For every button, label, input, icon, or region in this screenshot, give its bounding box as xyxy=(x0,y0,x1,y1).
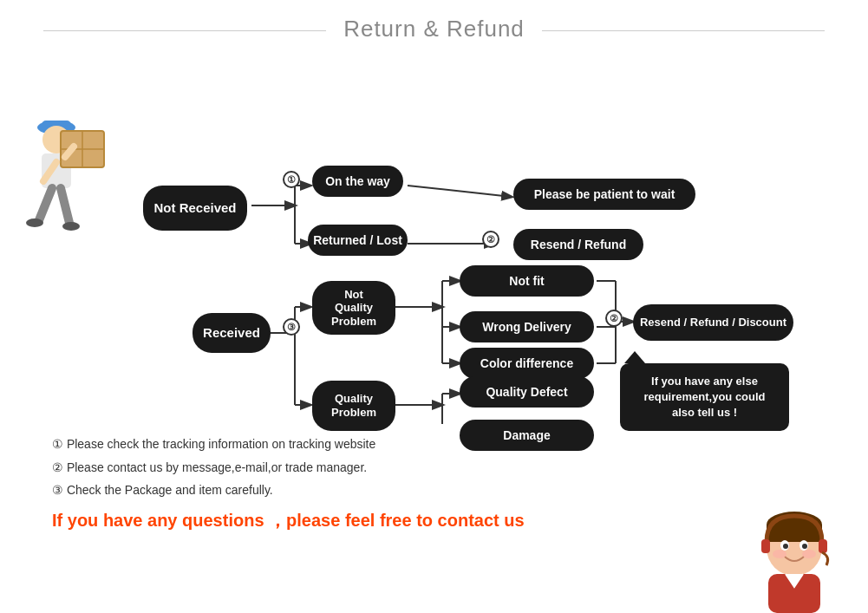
svg-line-4 xyxy=(408,186,512,197)
quality-problem-box: Quality Problem xyxy=(312,381,395,431)
svg-rect-47 xyxy=(819,539,827,553)
not-fit-box: Not fit xyxy=(460,265,594,297)
svg-point-43 xyxy=(802,544,807,549)
note-1: ① Please check the tracking information … xyxy=(52,433,816,456)
quality-defect-box: Quality Defect xyxy=(460,376,594,408)
delivery-man xyxy=(9,95,121,268)
wrong-delivery-box: Wrong Delivery xyxy=(460,311,594,342)
cta-area: If you have any questions ，please feel f… xyxy=(0,502,868,532)
title-area: Return & Refund xyxy=(0,0,868,42)
svg-point-45 xyxy=(802,550,816,558)
else-requirement-box: If you have any else requirement,you cou… xyxy=(620,363,789,431)
note-3: ③ Check the Package and item carefully. xyxy=(52,479,816,502)
svg-point-44 xyxy=(773,550,786,558)
note-2-text: ② Please contact us by message,e-mail,or… xyxy=(52,456,367,479)
returned-lost-box: Returned / Lost xyxy=(308,225,408,256)
note-1-text: ① Please check the tracking information … xyxy=(52,433,375,456)
num-2b: ② xyxy=(605,310,623,327)
speech-bubble-pointer xyxy=(624,351,645,363)
footer-notes: ① Please check the tracking information … xyxy=(0,424,868,502)
note-2: ② Please contact us by message,e-mail,or… xyxy=(52,456,816,479)
received-box: Received xyxy=(193,313,271,353)
page-title: Return & Refund xyxy=(326,16,542,42)
resend-refund-box: Resend / Refund xyxy=(513,229,643,260)
note-3-text: ③ Check the Package and item carefully. xyxy=(52,479,273,502)
num-2a: ② xyxy=(482,231,499,248)
num-1: ① xyxy=(283,171,300,188)
svg-point-35 xyxy=(26,218,43,227)
num-3: ③ xyxy=(283,318,300,336)
svg-rect-39 xyxy=(767,525,822,542)
on-the-way-box: On the way xyxy=(312,166,403,197)
color-diff-box: Color difference xyxy=(460,348,594,379)
diagram-area: Not Received On the way Returned / Lost … xyxy=(0,51,868,424)
resend-refund-discount-box: Resend / Refund / Discount xyxy=(633,304,793,341)
svg-line-34 xyxy=(61,188,69,223)
svg-line-33 xyxy=(39,188,52,220)
not-quality-box: Not Quality Problem xyxy=(312,281,395,335)
not-received-box: Not Received xyxy=(143,186,247,231)
damage-box: Damage xyxy=(460,420,594,451)
svg-point-36 xyxy=(62,222,80,231)
svg-point-42 xyxy=(783,544,788,549)
patient-wait-box: Please be patient to wait xyxy=(513,179,695,210)
cta-text: If you have any questions ，please feel f… xyxy=(52,511,525,530)
svg-rect-46 xyxy=(761,539,770,553)
support-agent xyxy=(747,509,842,604)
